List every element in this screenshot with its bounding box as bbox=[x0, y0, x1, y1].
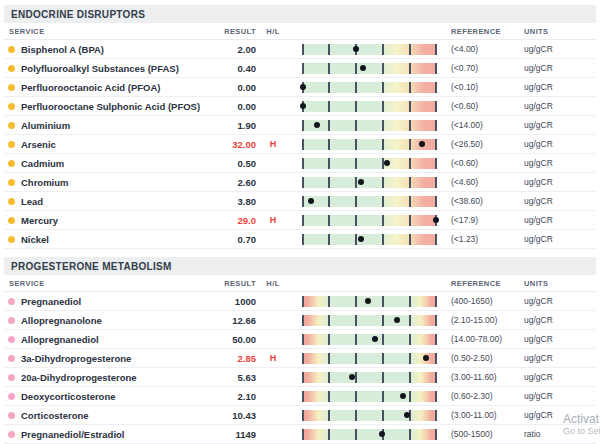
table-row[interactable]: Cadmium 0.50 (<0.60) ug/gCR bbox=[4, 154, 596, 173]
gauge-cell bbox=[290, 158, 449, 169]
table-row[interactable]: Aluminium 1.90 (<14.00) ug/gCR bbox=[4, 116, 596, 135]
gauge-tick bbox=[302, 44, 304, 55]
gauge-tick bbox=[382, 334, 384, 345]
gauge-tick bbox=[409, 139, 411, 150]
units: ug/gCR bbox=[521, 101, 596, 111]
marker-dot-icon bbox=[8, 65, 15, 72]
reference-range-gauge bbox=[302, 63, 437, 74]
gauge-tick bbox=[409, 63, 411, 74]
table-row[interactable]: Perfluorooctane Sulphonic Acid (PFOS) 0.… bbox=[4, 97, 596, 116]
table-row[interactable]: Nickel 0.70 (<1.23) ug/gCR bbox=[4, 230, 596, 249]
reference-range: (<26.50) bbox=[449, 139, 521, 149]
service-cell: 20a-Dihydroprogesterone bbox=[4, 372, 200, 383]
result-value: 0.70 bbox=[200, 234, 256, 245]
units: ug/gCR bbox=[521, 391, 596, 401]
gauge-tick bbox=[382, 372, 384, 383]
result-value: 1.90 bbox=[200, 120, 256, 131]
marker-dot-icon bbox=[8, 217, 15, 224]
table-row[interactable]: Corticosterone 10.43 (3.00-11.00) ug/gCR bbox=[4, 406, 596, 425]
result-value: 0.50 bbox=[200, 158, 256, 169]
table-row[interactable]: Deoxycorticosterone 2.10 (0.60-2.30) ug/… bbox=[4, 387, 596, 406]
gauge-tick bbox=[435, 372, 437, 383]
gauge-cell bbox=[290, 234, 449, 245]
gauge-marker-dot bbox=[358, 236, 364, 242]
table-row[interactable]: Chromium 2.60 (<4.60) ug/gCR bbox=[4, 173, 596, 192]
gauge-tick bbox=[355, 215, 357, 226]
units: ug/gCR bbox=[521, 215, 596, 225]
gauge-tick bbox=[302, 429, 304, 440]
gauge-tick bbox=[355, 391, 357, 402]
gauge-tick bbox=[355, 234, 357, 245]
gauge-tick bbox=[302, 391, 304, 402]
table-row[interactable]: Allopregnanediol 50.00 (14.00-78.00) ug/… bbox=[4, 330, 596, 349]
marker-dot-icon bbox=[8, 46, 15, 53]
gauge-marker-dot bbox=[384, 160, 390, 166]
gauge-marker-dot bbox=[404, 412, 410, 418]
watermark-line1: Activat bbox=[563, 412, 600, 426]
table-row[interactable]: Polyfluoroalkyl Substances (PFAS) 0.40 (… bbox=[4, 59, 596, 78]
service-name: Corticosterone bbox=[21, 410, 89, 421]
column-header-hl: H/L bbox=[256, 27, 290, 36]
table-row[interactable]: Pregnanediol/Estradiol 1149 (500-1500) r… bbox=[4, 425, 596, 444]
gauge-tick bbox=[302, 139, 304, 150]
table-row[interactable]: Arsenic 32.00 H (<26.50) ug/gCR bbox=[4, 135, 596, 154]
table-row[interactable]: Pregnanediol 1000 (400-1650) ug/gCR bbox=[4, 292, 596, 311]
table-row[interactable]: Allopregnanolone 12.66 (2.10-15.00) ug/g… bbox=[4, 311, 596, 330]
gauge-cell bbox=[290, 296, 449, 307]
table-row[interactable]: Bisphenol A (BPA) 2.00 (<4.00) ug/gCR bbox=[4, 40, 596, 59]
table-row[interactable]: Lead 3.80 (<38.60) ug/gCR bbox=[4, 192, 596, 211]
reference-range: (2.10-15.00) bbox=[449, 315, 521, 325]
units: ug/gCR bbox=[521, 353, 596, 363]
marker-dot-icon bbox=[8, 103, 15, 110]
reference-range-gauge bbox=[302, 429, 437, 440]
reference-range-gauge bbox=[302, 177, 437, 188]
units: ug/gCR bbox=[521, 158, 596, 168]
service-name: Perfluorooctane Sulphonic Acid (PFOS) bbox=[21, 101, 200, 112]
gauge-tick bbox=[328, 234, 330, 245]
reference-range: (0.60-2.30) bbox=[449, 391, 521, 401]
gauge-tick bbox=[355, 120, 357, 131]
reference-range-gauge bbox=[302, 353, 437, 364]
gauge-tick bbox=[302, 410, 304, 421]
section-header: PROGESTERONE METABOLISM bbox=[4, 257, 596, 275]
service-cell: Mercury bbox=[4, 215, 200, 226]
gauge-marker-dot bbox=[433, 217, 439, 223]
gauge-tick bbox=[302, 158, 304, 169]
service-cell: Cadmium bbox=[4, 158, 200, 169]
service-name: Chromium bbox=[21, 177, 69, 188]
gauge-marker-dot bbox=[349, 374, 355, 380]
reference-range-gauge bbox=[302, 372, 437, 383]
gauge-tick bbox=[382, 63, 384, 74]
gauge-cell bbox=[290, 353, 449, 364]
table-row[interactable]: 20a-Dihydroprogesterone 5.63 (3.00-11.60… bbox=[4, 368, 596, 387]
reference-range: (<38.60) bbox=[449, 196, 521, 206]
gauge-marker-dot bbox=[400, 393, 406, 399]
gauge-tick bbox=[435, 196, 437, 207]
gauge-cell bbox=[290, 44, 449, 55]
service-name: Perfluorooctanoic Acid (PFOA) bbox=[21, 82, 161, 93]
reference-range: (3.00-11.60) bbox=[449, 372, 521, 382]
table-row[interactable]: Perfluorooctanoic Acid (PFOA) 0.00 (<0.1… bbox=[4, 78, 596, 97]
marker-dot-icon bbox=[8, 198, 15, 205]
gauge-marker-dot bbox=[314, 122, 320, 128]
service-name: Mercury bbox=[21, 215, 58, 226]
gauge-tick bbox=[435, 334, 437, 345]
service-cell: Deoxycorticosterone bbox=[4, 391, 200, 402]
gauge-cell bbox=[290, 82, 449, 93]
column-header-reference: REFERENCE bbox=[449, 27, 521, 36]
gauge-tick bbox=[435, 391, 437, 402]
table-row[interactable]: Mercury 29.0 H (<17.9) ug/gCR bbox=[4, 211, 596, 230]
gauge-tick bbox=[302, 215, 304, 226]
reference-range: (<4.00) bbox=[449, 44, 521, 54]
result-value: 3.80 bbox=[200, 196, 256, 207]
service-name: Nickel bbox=[21, 234, 49, 245]
gauge-tick bbox=[355, 63, 357, 74]
table-row[interactable]: 3a-Dihydroprogesterone 2.85 H (0.50-2.50… bbox=[4, 349, 596, 368]
high-low-flag: H bbox=[256, 353, 290, 363]
service-cell: Allopregnanediol bbox=[4, 334, 200, 345]
gauge-cell bbox=[290, 139, 449, 150]
reference-range-gauge bbox=[302, 215, 437, 226]
service-cell: Allopregnanolone bbox=[4, 315, 200, 326]
gauge-tick bbox=[355, 429, 357, 440]
column-header-units: UNITS bbox=[521, 279, 596, 288]
